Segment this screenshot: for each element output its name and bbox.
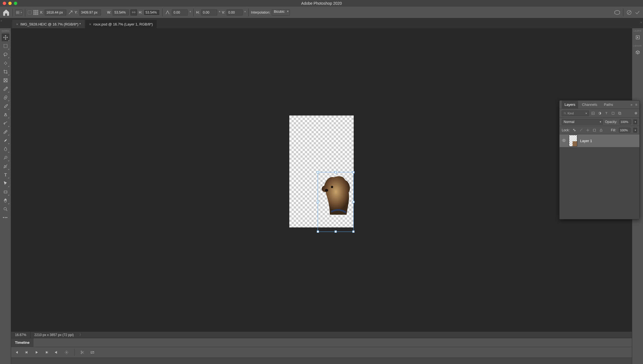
panel-menu-icon[interactable]: ≡	[635, 103, 637, 107]
lock-position-icon[interactable]	[586, 128, 590, 132]
fill-label: Fill:	[611, 128, 616, 132]
doc-info-menu-icon[interactable]: 〉	[78, 332, 84, 337]
dodge-tool[interactable]	[2, 154, 9, 162]
paths-tab[interactable]: Paths	[601, 101, 616, 109]
timeline-next-frame-button[interactable]	[44, 350, 49, 355]
zoom-level[interactable]: 16.67%	[11, 332, 31, 338]
lock-all-icon[interactable]	[599, 128, 603, 132]
document-tab-1[interactable]: × roux.psd @ 16.7% (Layer 1, RGB/8*)	[85, 20, 157, 28]
document-tab-0[interactable]: × IMG_5928.HEIC @ 16.7% (RGB/8*) *	[12, 20, 85, 28]
quick-selection-tool[interactable]	[2, 59, 9, 67]
rectangle-tool[interactable]	[2, 188, 9, 196]
transform-y-input[interactable]	[79, 9, 101, 16]
commit-transform-button[interactable]	[634, 9, 641, 16]
reference-grid-icon[interactable]	[33, 10, 38, 15]
transform-x-input[interactable]	[45, 9, 66, 16]
transform-handle-sw[interactable]	[317, 230, 319, 233]
layers-tab[interactable]: Layers	[562, 101, 578, 109]
blend-mode-select[interactable]: Normal	[562, 119, 603, 125]
filter-type-icon[interactable]	[604, 111, 609, 116]
opacity-input[interactable]	[619, 119, 631, 124]
swap-xy-icon[interactable]	[68, 10, 73, 15]
eraser-tool[interactable]	[2, 128, 9, 136]
home-button[interactable]	[2, 9, 10, 16]
layer-visibility-toggle[interactable]	[562, 138, 566, 143]
timeline-audio-button[interactable]	[54, 350, 59, 355]
libraries-panel-icon[interactable]	[634, 48, 642, 56]
crop-tool[interactable]	[2, 68, 9, 76]
timeline-panel: Timeline	[11, 338, 632, 364]
lock-artboard-icon[interactable]	[593, 128, 596, 132]
warp-mode-button[interactable]	[614, 9, 621, 16]
opacity-dropdown-icon[interactable]: ▾	[633, 119, 637, 124]
collapse-panels-right-icon[interactable]: «	[641, 21, 642, 24]
timeline-settings-button[interactable]	[64, 350, 69, 355]
layer-name[interactable]: Layer 1	[580, 139, 592, 143]
lock-transparency-icon[interactable]	[573, 128, 576, 132]
document-info[interactable]: 2210 px x 3857 px (72 ppi)	[31, 333, 78, 337]
transform-h-input[interactable]	[144, 9, 160, 16]
path-selection-tool[interactable]	[2, 180, 9, 187]
timeline-split-button[interactable]	[80, 350, 85, 355]
channels-tab[interactable]: Channels	[579, 101, 600, 109]
timeline-tab[interactable]: Timeline	[11, 338, 34, 347]
transform-w-input[interactable]	[113, 9, 129, 16]
brush-tool[interactable]	[2, 102, 9, 110]
fill-input[interactable]	[619, 128, 631, 133]
close-tab-icon[interactable]: ×	[89, 22, 91, 26]
layers-list-empty-area[interactable]	[560, 147, 639, 219]
timeline-prev-frame-button[interactable]	[24, 350, 29, 355]
blur-tool[interactable]	[2, 145, 9, 153]
learn-panel-icon[interactable]	[634, 34, 642, 41]
lock-image-icon[interactable]	[579, 128, 583, 132]
fill-dropdown-icon[interactable]: ▾	[633, 128, 637, 133]
move-tool[interactable]	[2, 34, 9, 41]
timeline-transition-button[interactable]	[90, 350, 95, 355]
lasso-tool[interactable]	[2, 51, 9, 58]
close-window-button[interactable]	[3, 2, 6, 5]
transform-rotate-input[interactable]	[172, 9, 188, 16]
zoom-tool[interactable]	[2, 205, 9, 213]
layer-image[interactable]	[319, 173, 355, 220]
healing-brush-tool[interactable]	[2, 94, 9, 101]
tool-col-label: GUIDES	[2, 30, 9, 33]
gradient-tool[interactable]	[2, 137, 9, 144]
filter-smartobject-icon[interactable]	[617, 111, 622, 116]
tab-label: roux.psd @ 16.7% (Layer 1, RGB/8*)	[93, 22, 153, 26]
eyedropper-tool[interactable]	[2, 85, 9, 93]
filter-shape-icon[interactable]	[611, 111, 616, 116]
layer-thumbnail[interactable]	[569, 135, 577, 147]
pen-tool[interactable]	[2, 162, 9, 170]
edit-toolbar-button[interactable]: •••	[2, 214, 9, 222]
marquee-tool[interactable]	[2, 42, 9, 50]
interpolation-select[interactable]: Bicubic	[272, 9, 290, 16]
close-tab-icon[interactable]: ×	[16, 22, 18, 26]
timeline-first-frame-button[interactable]	[14, 350, 19, 355]
canvas-area[interactable]	[11, 28, 632, 331]
minimize-window-button[interactable]	[8, 2, 12, 5]
maximize-window-button[interactable]	[14, 2, 17, 5]
hand-tool[interactable]	[2, 197, 9, 204]
layer-filter-kind-select[interactable]: Kind ▾	[562, 111, 589, 116]
layer-row[interactable]: Layer 1	[560, 134, 639, 147]
type-tool[interactable]	[2, 171, 9, 179]
expand-panels-left-icon[interactable]: »	[1, 19, 2, 22]
filter-pixel-icon[interactable]	[591, 111, 596, 116]
skew-h-label: H:	[196, 11, 199, 14]
cancel-transform-button[interactable]	[626, 9, 632, 16]
toggle-reference-checkbox[interactable]	[28, 11, 32, 14]
transform-skewh-input[interactable]	[201, 9, 217, 16]
transform-handle-s[interactable]	[335, 230, 337, 233]
filter-toggle-switch[interactable]	[635, 112, 637, 114]
transform-skewv-input[interactable]	[227, 9, 243, 16]
reference-point-control[interactable]: ▾	[15, 9, 22, 16]
collapse-panel-icon[interactable]: »	[631, 103, 632, 107]
timeline-play-button[interactable]	[34, 350, 39, 355]
layers-panel[interactable]: Layers Channels Paths » ≡ Kind ▾ Normal …	[559, 100, 640, 219]
clone-stamp-tool[interactable]	[2, 111, 9, 119]
frame-tool[interactable]	[2, 76, 9, 84]
transform-handle-se[interactable]	[352, 230, 355, 233]
link-wh-toggle[interactable]	[130, 9, 137, 16]
history-brush-tool[interactable]	[2, 119, 9, 127]
filter-adjustment-icon[interactable]	[597, 111, 602, 116]
